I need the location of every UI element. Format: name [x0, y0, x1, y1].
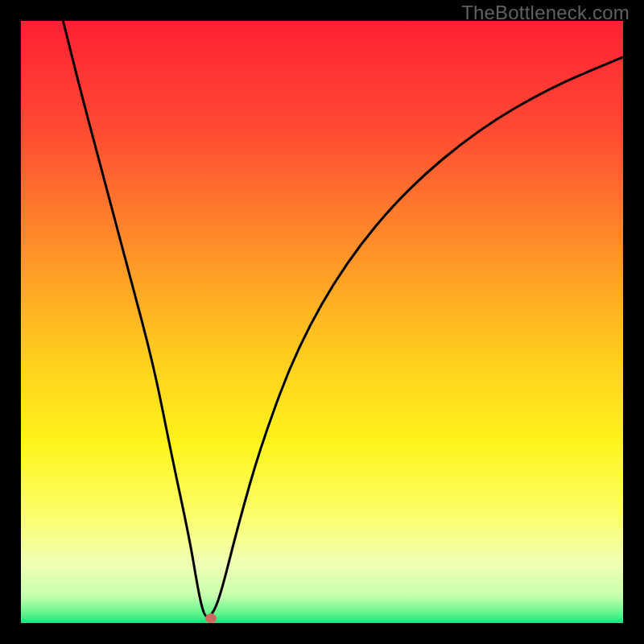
watermark-text: TheBottleneck.com	[461, 2, 630, 24]
chart-frame: TheBottleneck.com	[0, 0, 644, 644]
plot-area	[21, 21, 623, 623]
bottleneck-curve	[21, 21, 623, 623]
minimum-marker-dot	[205, 613, 217, 623]
